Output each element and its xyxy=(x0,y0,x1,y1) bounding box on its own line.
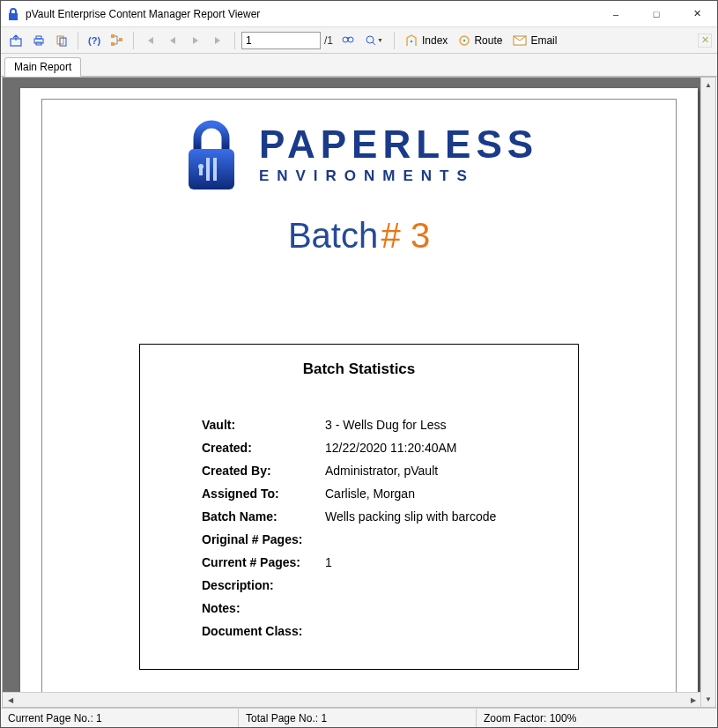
stat-value: 3 - Wells Dug for Less xyxy=(325,418,446,432)
vertical-scrollbar[interactable]: ▲ ▼ xyxy=(700,78,715,707)
tab-main-report[interactable]: Main Report xyxy=(4,57,81,77)
status-total-page: Total Page No.: 1 xyxy=(239,709,477,727)
status-current-page: Current Page No.: 1 xyxy=(1,709,239,727)
logo-block: PAPERLESS ENVIRONMENTS Batch # 3 xyxy=(42,115,676,256)
export-icon[interactable] xyxy=(6,31,26,50)
maximize-button[interactable]: □ xyxy=(636,1,677,27)
batch-word: Batch xyxy=(288,216,378,255)
svg-rect-19 xyxy=(213,158,217,181)
scroll-down-icon[interactable]: ▼ xyxy=(701,692,715,707)
route-button[interactable]: Route xyxy=(455,31,506,50)
horizontal-scrollbar[interactable]: ◀ ▶ xyxy=(3,692,700,707)
stat-value: Administrator, pVault xyxy=(325,464,438,478)
stat-label: Created By: xyxy=(202,464,325,478)
stat-label: Vault: xyxy=(202,418,325,432)
index-label: Index xyxy=(422,34,448,47)
zoom-icon[interactable]: ▼ xyxy=(361,31,388,50)
batch-number: # 3 xyxy=(381,216,431,255)
page-total-label: /1 xyxy=(324,34,335,47)
svg-point-13 xyxy=(411,40,413,42)
titlebar: pVault Enterprise Content Manager Report… xyxy=(1,1,717,27)
brand-name: PAPERLESS xyxy=(259,125,538,164)
email-button[interactable]: Email xyxy=(509,31,560,50)
stat-value: 12/22/2020 11:20:40AM xyxy=(325,441,456,455)
window-frame: pVault Enterprise Content Manager Report… xyxy=(0,0,718,728)
tabbar: Main Report xyxy=(1,54,717,77)
paperless-lock-icon xyxy=(180,115,243,195)
statusbar: Current Page No.: 1 Total Page No.: 1 Zo… xyxy=(1,708,717,727)
minimize-button[interactable]: – xyxy=(596,1,636,27)
stat-value: Wells packing slip with barcode xyxy=(325,509,496,524)
svg-rect-17 xyxy=(189,149,234,189)
first-page-icon xyxy=(140,31,159,50)
copy-icon[interactable] xyxy=(52,31,71,50)
tab-label: Main Report xyxy=(14,61,71,73)
stat-label: Created: xyxy=(202,441,325,455)
svg-rect-7 xyxy=(111,34,115,38)
stat-row-vault: Vault: 3 - Wells Dug for Less xyxy=(140,413,578,436)
svg-rect-18 xyxy=(206,158,210,181)
next-page-icon xyxy=(186,31,205,50)
stat-label: Description: xyxy=(202,578,325,592)
svg-point-15 xyxy=(463,39,465,41)
brand-subtitle: ENVIRONMENTS xyxy=(259,167,538,185)
stat-label: Current # Pages: xyxy=(202,555,325,569)
find-icon[interactable] xyxy=(338,31,358,50)
svg-rect-21 xyxy=(199,167,203,175)
toolbar: (?) /1 ▼ Index xyxy=(1,27,717,54)
svg-point-12 xyxy=(366,36,374,43)
index-button[interactable]: Index xyxy=(401,31,451,50)
batch-heading: Batch # 3 xyxy=(42,216,676,256)
stat-label: Batch Name: xyxy=(202,509,325,524)
stat-row-assigned-to: Assigned To: Carlisle, Morgan xyxy=(140,482,578,505)
report-viewport: PAPERLESS ENVIRONMENTS Batch # 3 Batch S… xyxy=(2,77,716,708)
email-label: Email xyxy=(530,34,557,47)
print-icon[interactable] xyxy=(29,31,48,50)
stat-row-created-by: Created By: Administrator, pVault xyxy=(140,459,578,482)
stat-row-document-class: Document Class: xyxy=(140,620,578,643)
page-number-input[interactable] xyxy=(241,32,321,49)
route-label: Route xyxy=(474,34,502,47)
stat-row-original-pages: Original # Pages: xyxy=(140,528,578,551)
stat-row-current-pages: Current # Pages: 1 xyxy=(140,551,578,574)
pane-close-icon[interactable]: ✕ xyxy=(698,33,712,48)
stat-row-description: Description: xyxy=(140,574,578,597)
svg-rect-8 xyxy=(111,42,115,46)
svg-rect-9 xyxy=(119,38,122,41)
last-page-icon xyxy=(209,31,228,50)
stat-label: Document Class: xyxy=(202,624,325,638)
group-tree-icon[interactable] xyxy=(107,31,127,50)
scroll-left-icon[interactable]: ◀ xyxy=(3,693,18,707)
stats-heading: Batch Statistics xyxy=(140,360,578,378)
stat-label: Notes: xyxy=(202,601,325,615)
svg-text:(?): (?) xyxy=(88,35,100,46)
report-page: PAPERLESS ENVIRONMENTS Batch # 3 Batch S… xyxy=(20,88,698,698)
stat-row-created: Created: 12/22/2020 11:20:40AM xyxy=(140,436,578,459)
stat-label: Assigned To: xyxy=(202,487,325,501)
stat-row-batch-name: Batch Name: Wells packing slip with barc… xyxy=(140,505,578,528)
batch-statistics-box: Batch Statistics Vault: 3 - Wells Dug fo… xyxy=(139,344,579,670)
stat-value: 1 xyxy=(325,555,332,569)
scroll-right-icon[interactable]: ▶ xyxy=(685,693,700,707)
stat-value: Carlisle, Morgan xyxy=(325,487,415,501)
svg-rect-2 xyxy=(36,36,41,39)
chevron-down-icon: ▼ xyxy=(377,37,384,43)
window-title: pVault Enterprise Content Manager Report… xyxy=(26,8,260,20)
parameters-icon[interactable]: (?) xyxy=(85,31,104,50)
prev-page-icon xyxy=(163,31,182,50)
close-button[interactable]: ✕ xyxy=(677,1,717,27)
scroll-up-icon[interactable]: ▲ xyxy=(701,78,715,93)
lock-icon xyxy=(6,7,20,21)
status-zoom: Zoom Factor: 100% xyxy=(477,709,717,727)
stat-label: Original # Pages: xyxy=(202,532,325,546)
stat-row-notes: Notes: xyxy=(140,597,578,620)
